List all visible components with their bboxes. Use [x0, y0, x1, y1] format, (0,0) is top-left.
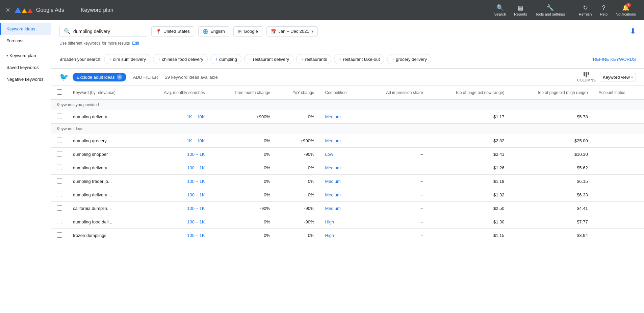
plus-icon-7: +	[391, 56, 394, 62]
refine-keywords-button[interactable]: REFINE KEYWORDS	[593, 57, 636, 62]
yoy-cell-1-4: 0%	[276, 188, 319, 202]
row-checkbox-1-7[interactable]	[57, 232, 62, 238]
row-checkbox-cell-1-7[interactable]	[51, 229, 68, 242]
broaden-chip-dim-sum-delivery[interactable]: + dim sum delivery	[104, 54, 150, 64]
row-checkbox-cell-1-6[interactable]	[51, 215, 68, 229]
row-checkbox-cell-1-0[interactable]	[51, 134, 68, 148]
row-checkbox-cell-1-2[interactable]	[51, 161, 68, 175]
yoy-cell-1-0: +900%	[276, 134, 319, 148]
row-checkbox-cell-1-3[interactable]	[51, 175, 68, 188]
table-row: dumpling shopper 100 – 1K 0% -90% Low – …	[51, 148, 644, 161]
broaden-chip-chinese-food-delivery[interactable]: + chinese food delivery	[153, 54, 207, 64]
section-header-1: Keyword ideas	[51, 124, 644, 134]
row-checkbox-1-6[interactable]	[57, 219, 62, 224]
tools-nav-label: Tools and settings	[535, 12, 565, 16]
ad-impression-cell-0-0: –	[364, 110, 429, 124]
plus-icon-5: +	[301, 56, 304, 62]
search-box[interactable]: 🔍	[59, 26, 147, 37]
page-title: Keyword plan	[81, 7, 113, 13]
th-select-all[interactable]	[51, 86, 68, 99]
sidebar-item-forecast[interactable]: Forecast	[0, 35, 51, 47]
chip-label-3: dumpling	[219, 57, 237, 62]
search-icon: 🔍	[64, 28, 71, 34]
edit-link[interactable]: Edit	[132, 41, 139, 46]
search-input[interactable]	[73, 29, 143, 34]
search-nav-button[interactable]: 🔍 Search	[491, 3, 509, 18]
notifications-nav-button[interactable]: 🔔 1 Notifications	[613, 3, 639, 18]
bid-low-cell-1-5: $2.50	[429, 202, 510, 215]
avg-searches-cell-0-0: 1K – 10K	[140, 110, 210, 124]
bid-high-cell-1-2: $5.62	[510, 161, 593, 175]
refresh-nav-button[interactable]: ↻ Refresh	[576, 3, 595, 18]
reports-nav-button[interactable]: ▦ Reports	[511, 3, 530, 18]
keyword-ideas-label: Keyword ideas	[6, 26, 35, 31]
yoy-cell-1-1: -90%	[276, 148, 319, 161]
row-checkbox-1-5[interactable]	[57, 205, 62, 211]
sidebar-item-negative-keywords[interactable]: Negative keywords	[0, 73, 51, 85]
three-month-cell-1-7: 0%	[210, 229, 276, 242]
network-filter[interactable]: ⊞ Google	[233, 26, 262, 37]
help-nav-label: Help	[600, 12, 608, 16]
competition-cell-1-0: Medium	[320, 134, 364, 148]
keyword-cell-1-1: dumpling shopper	[68, 148, 140, 161]
language-icon: 🌐	[203, 29, 208, 34]
row-checkbox-cell-1-1[interactable]	[51, 148, 68, 161]
row-checkbox-0-0[interactable]	[57, 114, 62, 119]
row-checkbox-1-0[interactable]	[57, 138, 62, 143]
keyword-cell-1-0: dumpling grocery ...	[68, 134, 140, 148]
plus-icon-2: +	[157, 56, 160, 62]
ad-impression-cell-1-0: –	[364, 134, 429, 148]
bid-high-cell-1-3: $6.15	[510, 175, 593, 188]
broaden-chip-grocery-delivery[interactable]: + grocery delivery	[387, 54, 431, 64]
broaden-chip-restaurants[interactable]: + restaurants	[296, 54, 331, 64]
columns-label: COLUMNS	[577, 78, 596, 82]
language-filter[interactable]: 🌐 English	[198, 26, 229, 37]
th-keyword: Keyword (by relevance)	[68, 86, 140, 99]
row-checkbox-1-2[interactable]	[57, 165, 62, 170]
keyword-cell-1-6: dumpling food deli...	[68, 215, 140, 229]
help-nav-button[interactable]: ? Help	[597, 3, 610, 18]
ad-impression-cell-1-5: –	[364, 202, 429, 215]
row-checkbox-1-3[interactable]	[57, 178, 62, 184]
exclude-close-button[interactable]: ✕	[117, 74, 122, 80]
row-checkbox-1-4[interactable]	[57, 192, 62, 197]
bid-high-cell-0-0: $5.78	[510, 110, 593, 124]
table-row: frozen dumplings 100 – 1K 0% 0% High – $…	[51, 229, 644, 242]
broaden-chip-restaurant-takeout[interactable]: + restaurant take-out	[334, 54, 384, 64]
row-checkbox-1-1[interactable]	[57, 151, 62, 156]
close-button[interactable]: ✕	[5, 6, 10, 14]
broaden-chip-dumpling[interactable]: + dumpling	[210, 54, 241, 64]
exclude-adult-chip[interactable]: Exclude adult ideas ✕	[73, 73, 126, 81]
account-status-cell-1-7	[593, 229, 644, 242]
select-all-checkbox[interactable]	[57, 89, 62, 95]
account-status-cell-1-3	[593, 175, 644, 188]
view-dropdown[interactable]: Keyword view ▾	[600, 73, 636, 81]
competition-cell-1-3: Medium	[320, 175, 364, 188]
ad-impression-cell-1-4: –	[364, 188, 429, 202]
location-filter[interactable]: 📍 United States	[151, 26, 194, 37]
bid-low-cell-1-7: $1.15	[429, 229, 510, 242]
chip-label-5: restaurants	[305, 57, 327, 62]
keyword-cell-1-5: california dumplin...	[68, 202, 140, 215]
calendar-icon: 📅	[271, 29, 277, 34]
columns-button[interactable]: COLUMNS	[577, 72, 596, 82]
bid-high-cell-1-4: $6.33	[510, 188, 593, 202]
tools-nav-button[interactable]: 🔧 Tools and settings	[533, 3, 568, 18]
row-checkbox-cell-1-4[interactable]	[51, 188, 68, 202]
keyword-cell-1-2: dumpling delivery ...	[68, 161, 140, 175]
reports-nav-label: Reports	[514, 12, 527, 16]
sidebar-item-keyword-plan[interactable]: ▾ Keyword plan	[0, 50, 51, 62]
ad-impression-cell-1-6: –	[364, 215, 429, 229]
sidebar-item-saved-keywords[interactable]: Saved keywords	[0, 62, 51, 73]
broaden-chip-restaurant-delivery[interactable]: + restaurant delivery	[244, 54, 293, 64]
search-row: 🔍 📍 United States 🌐 English ⊞ Google 📅	[59, 26, 636, 37]
add-filter-button[interactable]: ADD FILTER	[130, 73, 161, 81]
row-checkbox-cell-0-0[interactable]	[51, 110, 68, 124]
download-button[interactable]: ⬇	[630, 27, 636, 36]
row-checkbox-cell-1-5[interactable]	[51, 202, 68, 215]
th-competition: Competition	[320, 86, 364, 99]
date-filter[interactable]: 📅 Jan – Dec 2021 ▾	[266, 26, 318, 37]
search-bar-area: 🔍 📍 United States 🌐 English ⊞ Google 📅	[51, 20, 644, 50]
sidebar-item-keyword-ideas[interactable]: Keyword ideas	[0, 23, 51, 35]
bid-low-cell-1-3: $1.19	[429, 175, 510, 188]
